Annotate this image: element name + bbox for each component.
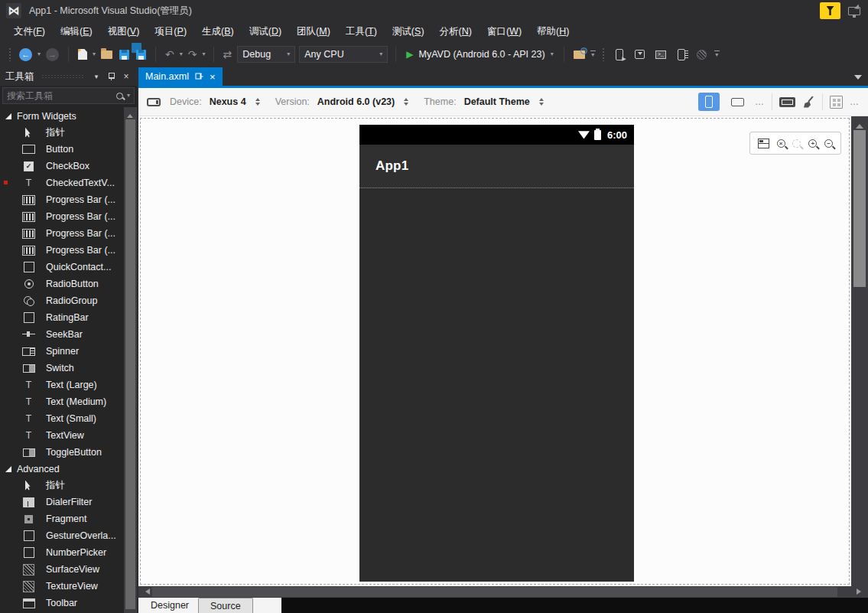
- toolbox-item-numberpicker[interactable]: NumberPicker: [0, 544, 124, 561]
- toolbox-item-progress-bar[interactable]: Progress Bar (...: [0, 225, 124, 242]
- device-stepper-icon[interactable]: [255, 96, 260, 108]
- zoom-fit-icon[interactable]: [792, 139, 801, 148]
- toolbox-item-textureview[interactable]: TextureView: [0, 578, 124, 595]
- profiler-button[interactable]: [694, 47, 710, 62]
- close-tab-icon[interactable]: ×: [210, 72, 216, 82]
- run-target-dropdown[interactable]: ▾: [551, 51, 554, 57]
- toolbox-header[interactable]: 工具箱 ▾ ×: [0, 67, 137, 86]
- toolbox-item-surfaceview[interactable]: SurfaceView: [0, 561, 124, 578]
- theme-stepper-icon[interactable]: [539, 96, 544, 108]
- navigate-forward-button[interactable]: →: [44, 45, 60, 64]
- adb-console-button[interactable]: >_: [652, 47, 669, 62]
- new-file-button[interactable]: [76, 45, 89, 64]
- search-options-dropdown[interactable]: ▾: [127, 93, 130, 99]
- navigate-back-button[interactable]: ←: [18, 45, 34, 64]
- menu-item-t[interactable]: 工具(T): [338, 22, 385, 41]
- toolbox-item-fragment[interactable]: Fragment: [0, 510, 124, 527]
- toolbox-item-seekbar[interactable]: SeekBar: [0, 326, 124, 343]
- panel-drag-handle[interactable]: [41, 74, 85, 79]
- menu-item-f[interactable]: 文件(F): [6, 22, 53, 41]
- toolbox-item-progress-bar[interactable]: Progress Bar (...: [0, 242, 124, 259]
- toolbox-item-switch[interactable]: Switch: [0, 360, 124, 377]
- tab-source[interactable]: Source: [198, 598, 253, 613]
- platform-select[interactable]: Any CPU ▾: [299, 46, 388, 63]
- toolbox-item-progress-bar[interactable]: Progress Bar (...: [0, 208, 124, 225]
- scrollbar-thumb[interactable]: [125, 119, 135, 609]
- landscape-orientation-button[interactable]: [727, 93, 748, 111]
- toolbox-item-textview[interactable]: TextView: [0, 427, 124, 444]
- toolbox-item-ratingbar[interactable]: RatingBar: [0, 309, 124, 326]
- deploy-to-device-button[interactable]: [611, 47, 628, 62]
- toolbox-item-radiobutton[interactable]: RadioButton: [0, 276, 124, 292]
- toolbox-item-text-large[interactable]: Text (Large): [0, 377, 124, 393]
- toolbox-item-gestureoverla[interactable]: GestureOverla...: [0, 527, 124, 544]
- layout-split-icon[interactable]: [758, 139, 769, 148]
- undo-button[interactable]: ↶: [164, 45, 176, 64]
- more-options-icon[interactable]: …: [755, 96, 765, 107]
- theme-select[interactable]: Default Theme: [464, 96, 530, 107]
- toolbox-item-dialerfilter[interactable]: DialerFilter: [0, 494, 124, 510]
- menu-item-b[interactable]: 生成(B): [194, 22, 242, 41]
- menu-item-e[interactable]: 编辑(E): [53, 22, 100, 41]
- version-select[interactable]: Android 6.0 (v23): [317, 96, 395, 107]
- debug-configuration-select[interactable]: Debug ▾: [237, 46, 295, 63]
- menu-item-s[interactable]: 测试(S): [385, 22, 432, 41]
- toolbox-scrollbar[interactable]: [124, 107, 137, 613]
- save-all-button[interactable]: [135, 45, 148, 64]
- toolbox-item-spinner[interactable]: Spinner: [0, 343, 124, 360]
- zoom-actual-size-icon[interactable]: ×: [777, 139, 785, 148]
- scroll-left-icon[interactable]: [142, 589, 150, 595]
- undo-dropdown[interactable]: ▾: [180, 51, 183, 57]
- menu-item-n[interactable]: 分析(N): [432, 22, 480, 41]
- toolbox-section-advanced[interactable]: Advanced: [0, 461, 124, 477]
- save-button[interactable]: [118, 45, 131, 64]
- horizontal-scrollbar[interactable]: [138, 586, 868, 598]
- toolbox-item-pointer[interactable]: 指针: [0, 124, 124, 141]
- version-stepper-icon[interactable]: [404, 96, 408, 108]
- toolbox-section-form-widgets[interactable]: Form Widgets: [0, 108, 124, 124]
- device-log-button[interactable]: [673, 47, 690, 62]
- run-button[interactable]: ▶ MyAVD (Android 6.0 - API 23) ▾: [404, 49, 555, 60]
- zoom-in-icon[interactable]: +: [808, 139, 817, 148]
- search-input[interactable]: [7, 90, 112, 101]
- toolbox-item-checkbox[interactable]: CheckBox: [0, 158, 124, 174]
- toolbox-item-togglebutton[interactable]: ToggleButton: [0, 444, 124, 461]
- scrollbar-thumb[interactable]: [152, 587, 837, 597]
- notifications-button[interactable]: [820, 2, 840, 19]
- scroll-right-icon[interactable]: [857, 589, 864, 595]
- new-file-dropdown[interactable]: ▾: [93, 51, 96, 57]
- more-options-icon[interactable]: …: [850, 96, 860, 107]
- menu-item-m[interactable]: 团队(M): [289, 22, 338, 41]
- toolbar-grip[interactable]: [8, 47, 11, 61]
- tab-designer[interactable]: Designer: [141, 598, 198, 613]
- toolbox-item-progress-bar[interactable]: Progress Bar (...: [0, 191, 124, 208]
- toolbar-grip[interactable]: [602, 47, 605, 61]
- screen-size-icon[interactable]: [779, 97, 795, 107]
- pin-tab-icon[interactable]: [194, 73, 203, 81]
- scroll-up-icon[interactable]: [856, 120, 863, 129]
- menu-item-w[interactable]: 窗口(W): [480, 22, 529, 41]
- redo-button[interactable]: ↷: [187, 45, 199, 64]
- toolbox-item-quickcontact[interactable]: QuickContact...: [0, 259, 124, 276]
- android-preview[interactable]: 6:00 App1: [359, 125, 634, 582]
- toolbar-overflow-button[interactable]: ▾: [714, 51, 720, 58]
- pin-icon[interactable]: [107, 72, 115, 81]
- tab-main-axml[interactable]: Main.axml ×: [138, 67, 223, 86]
- navigate-back-dropdown[interactable]: ▾: [37, 51, 41, 57]
- portrait-orientation-button[interactable]: [698, 93, 720, 111]
- scrollbar-thumb[interactable]: [853, 130, 866, 287]
- document-list-chevron-icon[interactable]: [854, 75, 862, 83]
- window-position-dropdown[interactable]: ▾: [91, 70, 102, 83]
- find-in-files-button[interactable]: [572, 45, 587, 64]
- toolbox-item-button[interactable]: Button: [0, 141, 124, 158]
- toolbox-item-radiogroup[interactable]: RadioGroup: [0, 292, 124, 309]
- zoom-out-icon[interactable]: −: [824, 139, 833, 148]
- android-sdk-manager-button[interactable]: [632, 47, 649, 62]
- toolbox-item-text-small[interactable]: Text (Small): [0, 410, 124, 427]
- theme-brush-icon[interactable]: [802, 96, 815, 109]
- designer-canvas[interactable]: 6:00 App1 × + −: [138, 116, 851, 586]
- toolbox-search-box[interactable]: ▾: [2, 87, 135, 104]
- menu-item-d[interactable]: 调试(D): [242, 22, 289, 41]
- toolbar-overflow-button[interactable]: ▾: [590, 51, 596, 58]
- grid-icon[interactable]: [830, 96, 843, 109]
